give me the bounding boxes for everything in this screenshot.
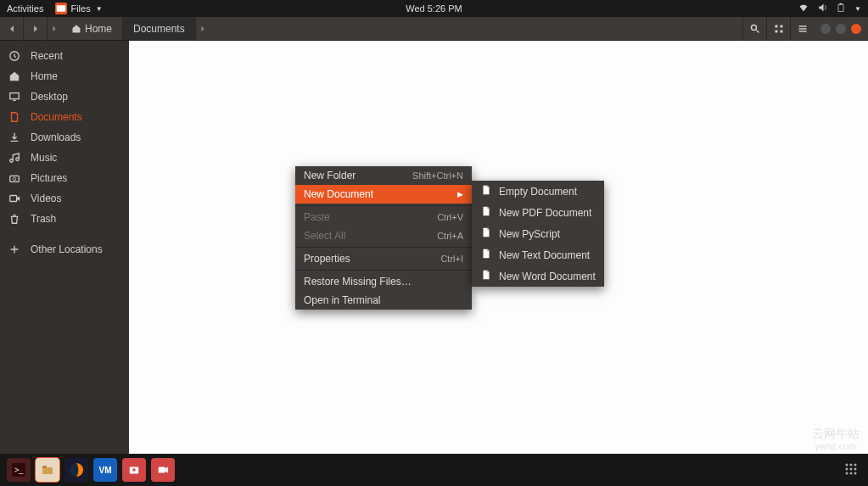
svg-rect-15 (10, 196, 17, 202)
ctx-new-document[interactable]: New Document▶ (295, 185, 472, 204)
svg-point-29 (854, 467, 857, 470)
show-applications-button[interactable] (841, 459, 861, 482)
watermark: 云网牛站 ywnz.com (812, 427, 860, 452)
sidebar-item-desktop[interactable]: Desktop (0, 87, 129, 107)
trash-icon (8, 213, 20, 225)
sidebar-item-downloads[interactable]: Downloads (0, 127, 129, 148)
clock[interactable]: Wed 5:26 PM (406, 3, 462, 14)
close-button[interactable] (851, 24, 861, 34)
submenu-new-pyscript[interactable]: New PyScript (472, 223, 604, 244)
submenu-empty-document[interactable]: Empty Document (472, 181, 604, 202)
battery-icon[interactable] (836, 3, 846, 14)
hamburger-menu-button[interactable] (790, 17, 814, 41)
sidebar-item-label: Other Locations (31, 243, 103, 255)
app-name-label: Files (70, 3, 90, 14)
chevron-down-icon: ▼ (96, 5, 103, 13)
ctx-new-folder[interactable]: New FolderShift+Ctrl+N (295, 166, 472, 185)
breadcrumb-documents[interactable]: Documents (123, 17, 196, 40)
menu-item-label: Properties (304, 253, 350, 265)
ctx-properties[interactable]: PropertiesCtrl+I (295, 249, 472, 268)
app-menu[interactable]: Files ▼ (55, 3, 102, 14)
svg-rect-9 (798, 28, 806, 30)
sidebar-item-music[interactable]: Music (0, 148, 129, 168)
shortcut-label: Ctrl+I (440, 254, 463, 264)
submenu-item-label: New Word Document (499, 271, 596, 282)
activities-button[interactable]: Activities (7, 3, 43, 14)
sidebar-item-label: Documents (31, 111, 82, 123)
breadcrumb-more-icon[interactable] (196, 25, 210, 32)
music-icon (8, 152, 20, 164)
sidebar-item-label: Downloads (31, 131, 81, 143)
maximize-button[interactable] (836, 24, 846, 34)
dock-screenshot[interactable] (122, 458, 146, 482)
menu-item-label: Restore Missing Files… (304, 276, 412, 288)
sidebar-other-locations[interactable]: Other Locations (0, 239, 129, 260)
menu-separator (295, 247, 472, 248)
sidebar: RecentHomeDesktopDocumentsDownloadsMusic… (0, 41, 129, 454)
view-toggle-button[interactable] (766, 17, 790, 41)
svg-rect-18 (42, 467, 53, 474)
search-button[interactable] (742, 17, 766, 41)
svg-rect-6 (775, 30, 777, 32)
shortcut-label: Ctrl+A (437, 231, 463, 241)
video-icon (8, 193, 20, 204)
svg-point-32 (854, 472, 857, 474)
camera-icon (8, 172, 20, 184)
shortcut-label: Ctrl+V (437, 212, 463, 222)
ctx-restore-missing-files-[interactable]: Restore Missing Files… (295, 272, 472, 291)
submenu-item-label: New PyScript (499, 228, 560, 240)
submenu-new-text-document[interactable]: New Text Document (472, 244, 604, 265)
forward-button[interactable] (24, 17, 48, 41)
sidebar-item-label: Desktop (31, 91, 68, 103)
sidebar-item-videos[interactable]: Videos (0, 188, 129, 209)
svg-point-3 (751, 25, 756, 30)
sidebar-item-home[interactable]: Home (0, 66, 129, 87)
submenu-new-pdf-document[interactable]: New PDF Document (472, 202, 604, 223)
menu-item-label: New Document (304, 188, 373, 200)
sidebar-item-label: Home (31, 70, 58, 82)
dock: >_ VM (0, 454, 868, 486)
minimize-button[interactable] (820, 24, 831, 34)
dock-firefox[interactable] (64, 458, 88, 482)
clock-icon (8, 50, 20, 62)
dock-files[interactable] (36, 458, 59, 482)
svg-rect-8 (798, 25, 806, 27)
desktop-icon (8, 91, 20, 103)
svg-point-27 (846, 467, 848, 470)
sidebar-item-documents[interactable]: Documents (0, 107, 129, 127)
svg-rect-10 (798, 31, 806, 32)
sidebar-item-trash[interactable]: Trash (0, 209, 129, 229)
menu-separator (295, 205, 472, 206)
dock-virtualbox[interactable]: VM (93, 458, 117, 482)
svg-point-25 (850, 463, 853, 466)
network-icon[interactable] (798, 3, 809, 14)
submenu-item-label: New Text Document (499, 249, 590, 261)
document-icon (480, 226, 492, 241)
folder-content[interactable]: Folder is Empty New FolderShift+Ctrl+NNe… (129, 41, 868, 454)
document-icon (480, 248, 492, 262)
breadcrumb-home[interactable]: Home (61, 17, 123, 40)
chevron-down-icon[interactable]: ▼ (854, 5, 861, 13)
plus-icon (8, 243, 20, 255)
context-menu: New FolderShift+Ctrl+NNew Document▶Paste… (295, 166, 472, 310)
home-icon (71, 24, 81, 34)
files-app-icon (55, 3, 67, 14)
svg-rect-4 (775, 25, 777, 27)
sidebar-item-pictures[interactable]: Pictures (0, 168, 129, 188)
ctx-open-in-terminal[interactable]: Open in Terminal (295, 291, 472, 310)
svg-point-24 (846, 463, 848, 466)
breadcrumb-root-icon[interactable] (48, 25, 61, 32)
dock-terminal[interactable]: >_ (7, 458, 31, 482)
ctx-paste: PasteCtrl+V (295, 208, 472, 226)
dock-recorder[interactable] (151, 458, 175, 482)
volume-icon[interactable] (817, 3, 827, 14)
svg-rect-5 (780, 25, 782, 27)
back-button[interactable] (0, 17, 24, 41)
submenu-arrow-icon: ▶ (457, 190, 463, 198)
sidebar-item-recent[interactable]: Recent (0, 46, 129, 66)
sidebar-item-label: Trash (31, 213, 56, 225)
breadcrumb-label: Documents (133, 23, 185, 35)
submenu-new-word-document[interactable]: New Word Document (472, 265, 604, 287)
svg-rect-12 (10, 93, 20, 99)
context-submenu: Empty DocumentNew PDF DocumentNew PyScri… (472, 181, 604, 287)
